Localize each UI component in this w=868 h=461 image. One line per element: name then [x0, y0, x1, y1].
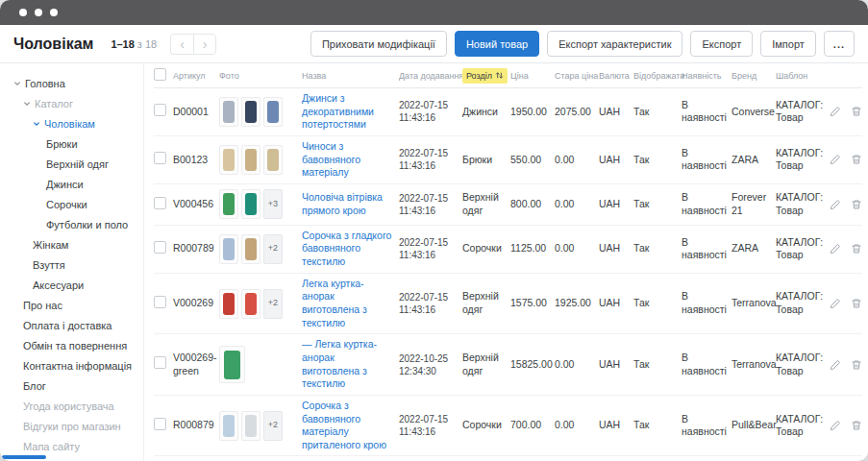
delete-icon[interactable] [851, 359, 862, 371]
more-actions-button[interactable]: ... [824, 31, 855, 57]
delete-icon[interactable] [851, 154, 862, 165]
product-photo-thumbnail[interactable] [263, 97, 283, 127]
row-checkbox[interactable] [154, 197, 166, 209]
delete-icon[interactable] [851, 420, 862, 431]
row-checkbox[interactable] [154, 152, 166, 164]
sidebar-item-0[interactable]: Головна [0, 73, 143, 93]
sidebar-item-label: Блог [23, 380, 46, 392]
cell-availability: В наявності [682, 191, 732, 217]
column-header-date-added[interactable]: Дата додавання [399, 71, 462, 81]
product-photo-thumbnail[interactable] [219, 411, 238, 441]
delete-icon[interactable] [851, 243, 862, 255]
product-name-link[interactable]: Легка куртка-анорак виготовлена з тексти… [302, 278, 367, 328]
sidebar-item-5[interactable]: Джинси [0, 174, 143, 194]
window-close-button[interactable] [19, 9, 27, 16]
more-photos-badge[interactable]: +2 [263, 289, 283, 319]
edit-icon[interactable] [830, 420, 841, 431]
edit-icon[interactable] [830, 243, 841, 255]
sidebar-item-18[interactable]: Мапа сайту [0, 436, 143, 456]
column-header-old-price[interactable]: Стара ціна [555, 71, 599, 81]
product-name-link[interactable]: Сорочка з бавовняного матеріалу притален… [302, 400, 386, 450]
edit-icon[interactable] [830, 199, 841, 210]
export-characteristics-button[interactable]: Експорт характеристик [547, 31, 682, 57]
hide-modifications-button[interactable]: Приховати модифікації [310, 31, 447, 57]
more-photos-badge[interactable]: +2 [263, 411, 283, 441]
row-checkbox[interactable] [154, 418, 166, 430]
more-photos-badge[interactable]: +3 [263, 189, 283, 219]
edit-icon[interactable] [830, 106, 841, 117]
product-name-link[interactable]: Чоловіча вітрівка прямого крою [302, 191, 383, 216]
column-header-currency[interactable]: Валюта [599, 71, 633, 81]
more-photos-badge[interactable]: +2 [263, 234, 283, 264]
import-button[interactable]: Імпорт [760, 31, 816, 57]
window-minimize-button[interactable] [35, 9, 42, 16]
column-header-price[interactable]: Ціна [510, 71, 555, 81]
next-page-button[interactable]: › [193, 34, 216, 55]
select-all-checkbox[interactable] [154, 68, 166, 81]
column-header-template[interactable]: Шаблон [776, 71, 830, 81]
row-checkbox[interactable] [154, 296, 166, 308]
edit-icon[interactable] [830, 359, 841, 371]
row-checkbox[interactable] [154, 241, 166, 254]
product-photo-thumbnail[interactable] [241, 97, 260, 127]
edit-icon[interactable] [830, 154, 841, 165]
window-maximize-button[interactable] [50, 9, 58, 16]
product-photo-thumbnail[interactable] [241, 289, 260, 319]
product-photo-thumbnail[interactable] [219, 189, 238, 219]
sidebar-item-11[interactable]: Про нас [0, 295, 143, 315]
product-name-link[interactable]: Джинси з декоративними потертостями [302, 92, 374, 130]
product-photo-thumbnail[interactable] [241, 234, 260, 264]
new-product-button[interactable]: Новий товар [455, 31, 539, 57]
sidebar-item-6[interactable]: Сорочки [0, 194, 143, 214]
column-header-sku[interactable]: Артикул [173, 71, 219, 81]
product-photo-thumbnail[interactable] [219, 234, 238, 264]
sidebar-item-14[interactable]: Контактна інформація [0, 355, 143, 376]
sorted-column-pill[interactable]: Розділ [462, 68, 508, 84]
product-name-link[interactable]: — Легка куртка-анорак виготовлена з текс… [302, 338, 377, 389]
sidebar-item-9[interactable]: Взуття [0, 255, 143, 275]
sidebar-item-10[interactable]: Аксесуари [0, 275, 143, 295]
delete-icon[interactable] [851, 106, 862, 117]
export-button[interactable]: Експорт [690, 31, 753, 57]
product-photo-thumbnail[interactable] [219, 97, 238, 127]
product-name-link[interactable]: Сорочка з гладкого бавовняного текстилю [302, 230, 391, 267]
product-photo-thumbnail[interactable] [241, 411, 260, 441]
row-checkbox[interactable] [154, 104, 166, 116]
product-photo-thumbnail[interactable] [241, 189, 260, 219]
cell-sku: B00123 [173, 154, 219, 167]
column-header-display[interactable]: Відображати [633, 71, 682, 81]
sidebar-item-12[interactable]: Оплата і доставка [0, 315, 143, 335]
cell-old-price: 0.00 [555, 358, 599, 372]
horizontal-scrollbar-thumb[interactable] [2, 455, 46, 459]
delete-icon[interactable] [851, 199, 862, 210]
sidebar-item-13[interactable]: Обмін та повернення [0, 335, 143, 355]
sidebar-item-17[interactable]: Відгуки про магазин [0, 416, 143, 436]
sidebar-item-2[interactable]: Чоловікам [0, 113, 143, 133]
cell-date-added: 2022-07-15 11:43:16 [399, 192, 462, 217]
product-photo-thumbnail[interactable] [219, 289, 238, 319]
cell-currency: UAH [599, 419, 633, 432]
product-photo-thumbnail[interactable] [219, 145, 238, 175]
column-header-name[interactable]: Назва [302, 71, 399, 81]
sidebar-item-15[interactable]: Блог [0, 376, 143, 396]
sidebar-item-3[interactable]: Брюки [0, 133, 143, 154]
product-photo-thumbnail[interactable] [263, 145, 283, 175]
product-photos: +3 [219, 189, 297, 219]
edit-icon[interactable] [830, 298, 841, 309]
sidebar-item-1[interactable]: Каталог [0, 93, 143, 113]
cell-display: Так [633, 358, 682, 372]
delete-icon[interactable] [851, 298, 862, 309]
sidebar-item-16[interactable]: Угода користувача [0, 396, 143, 416]
column-header-brand[interactable]: Бренд [732, 71, 776, 81]
product-name-link[interactable]: Чиноси з бавовняного матеріалу [302, 140, 360, 178]
column-header-photo[interactable]: Фото [219, 71, 302, 81]
sidebar-item-7[interactable]: Футболки и поло [0, 214, 143, 234]
prev-page-button[interactable]: ‹ [170, 34, 193, 55]
column-header-availability[interactable]: Наявність [682, 71, 732, 81]
row-checkbox[interactable] [154, 356, 166, 369]
product-photo-thumbnail[interactable] [241, 145, 260, 175]
product-photo-thumbnail[interactable] [219, 346, 245, 383]
cell-currency: UAH [599, 106, 633, 119]
sidebar-item-8[interactable]: Жінкам [0, 234, 143, 255]
sidebar-item-4[interactable]: Верхній одяг [0, 154, 143, 174]
